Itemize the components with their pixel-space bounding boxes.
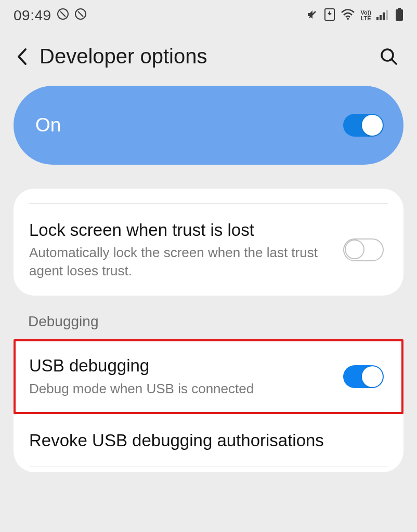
volte-icon: Vo))LTE bbox=[360, 10, 371, 21]
row-revoke-usb-auth[interactable]: Revoke USB debugging authorisations bbox=[14, 414, 403, 467]
highlighted-usb-debugging: USB debugging Debug mode when USB is con… bbox=[14, 339, 403, 414]
svg-point-3 bbox=[347, 18, 349, 20]
svg-rect-5 bbox=[380, 15, 382, 20]
usb-debugging-toggle[interactable] bbox=[343, 365, 384, 388]
svg-rect-8 bbox=[398, 8, 401, 9]
search-button[interactable] bbox=[379, 46, 399, 67]
row-lock-screen-trust[interactable]: Lock screen when trust is lost Automatic… bbox=[14, 204, 403, 296]
data-saver-icon bbox=[324, 8, 335, 23]
status-bar: 09:49 Vo))LTE bbox=[0, 0, 417, 29]
row-subtitle: Debug mode when USB is connected bbox=[29, 380, 343, 398]
status-time: 09:49 bbox=[14, 7, 51, 24]
page-title: Developer options bbox=[40, 45, 367, 68]
signal-icon bbox=[376, 9, 390, 22]
svg-rect-4 bbox=[376, 17, 379, 20]
row-title: USB debugging bbox=[29, 355, 343, 376]
mute-vibrate-icon bbox=[306, 8, 319, 23]
row-title: Lock screen when trust is lost bbox=[29, 219, 343, 241]
section-header-debugging: Debugging bbox=[0, 296, 417, 339]
svg-rect-9 bbox=[396, 9, 403, 21]
back-button[interactable] bbox=[16, 50, 28, 63]
lock-screen-trust-toggle[interactable] bbox=[343, 238, 384, 261]
master-switch-card[interactable]: On bbox=[14, 86, 403, 165]
row-title: Revoke USB debugging authorisations bbox=[29, 430, 384, 451]
app-bar: Developer options bbox=[0, 29, 417, 86]
master-switch-label: On bbox=[35, 114, 343, 136]
settings-card: Lock screen when trust is lost Automatic… bbox=[14, 189, 403, 296]
svg-rect-6 bbox=[383, 12, 385, 20]
svg-point-10 bbox=[382, 49, 393, 61]
settings-card-lower: Revoke USB debugging authorisations bbox=[14, 414, 403, 472]
notification-icon bbox=[74, 7, 87, 24]
svg-rect-7 bbox=[386, 10, 388, 20]
notification-icon bbox=[57, 7, 69, 24]
wifi-icon bbox=[341, 9, 355, 22]
battery-icon bbox=[395, 8, 403, 23]
master-toggle[interactable] bbox=[343, 114, 384, 137]
row-subtitle: Automatically lock the screen when the l… bbox=[29, 244, 343, 280]
row-usb-debugging[interactable]: USB debugging Debug mode when USB is con… bbox=[16, 341, 401, 411]
